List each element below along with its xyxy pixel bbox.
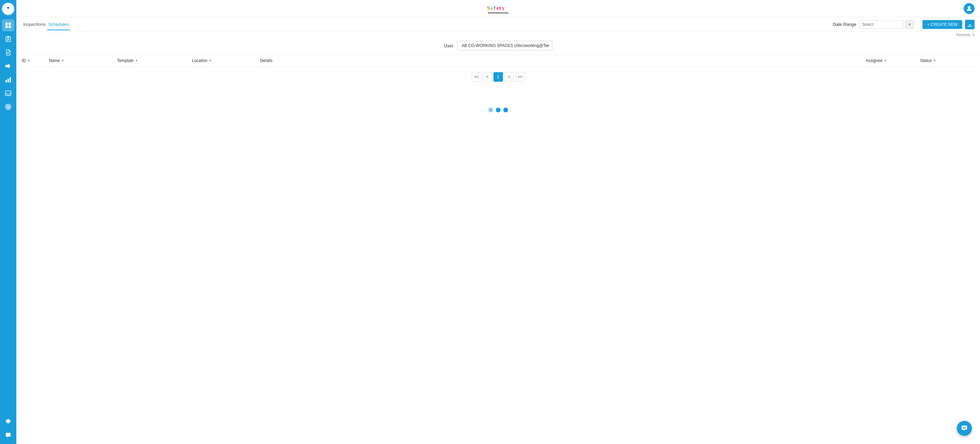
loading-dot-1 bbox=[488, 108, 493, 112]
user-select[interactable]: AB CO-WORKING SPACES (Abcoworking@Test.C… bbox=[457, 41, 553, 50]
svg-rect-7 bbox=[7, 36, 9, 37]
clipboard-list-icon[interactable] bbox=[2, 33, 14, 45]
user-avatar[interactable] bbox=[964, 3, 975, 14]
svg-text:S: S bbox=[487, 5, 490, 11]
loading-indicator bbox=[16, 87, 980, 133]
col-header-template[interactable]: Template ▼ bbox=[117, 58, 192, 63]
table-wrapper: ID ▼ Name ▼ Template ▼ Location ▼ Detail… bbox=[16, 55, 980, 67]
first-page-button[interactable]: << bbox=[472, 72, 481, 82]
name-sort-icon: ▼ bbox=[61, 59, 64, 62]
megaphone-icon[interactable] bbox=[2, 60, 14, 72]
pagination: << < 1 > >> bbox=[16, 67, 980, 87]
loading-dot-3 bbox=[503, 108, 508, 112]
svg-rect-2 bbox=[5, 22, 8, 25]
prev-page-button[interactable]: < bbox=[482, 72, 492, 82]
chat-bubble-button[interactable] bbox=[957, 421, 972, 436]
svg-text:a: a bbox=[490, 5, 493, 11]
status-sort-icon: ▼ bbox=[933, 59, 936, 62]
template-sort-icon: ▼ bbox=[135, 59, 138, 62]
col-header-location[interactable]: Location ▼ bbox=[192, 58, 260, 63]
date-range-label: Date Range bbox=[833, 22, 856, 27]
inbox-icon[interactable] bbox=[2, 87, 14, 99]
svg-text:t: t bbox=[499, 5, 501, 11]
create-new-button[interactable]: + CREATE NEW bbox=[923, 20, 962, 29]
svg-rect-3 bbox=[8, 22, 11, 25]
download-button[interactable] bbox=[965, 20, 975, 29]
svg-point-1 bbox=[8, 7, 9, 9]
svg-rect-4 bbox=[5, 26, 8, 28]
svg-point-0 bbox=[5, 5, 11, 12]
loading-dot-2 bbox=[496, 108, 501, 112]
app-logo: S a f e t y bbox=[486, 4, 510, 13]
assignee-sort-icon: ▼ bbox=[884, 59, 887, 62]
location-sort-icon: ▼ bbox=[208, 59, 212, 62]
tab-schedules[interactable]: Schedules bbox=[47, 19, 70, 30]
next-page-button[interactable]: > bbox=[504, 72, 514, 82]
settings-icon[interactable] bbox=[2, 415, 14, 428]
svg-rect-6 bbox=[6, 37, 11, 42]
svg-rect-16 bbox=[5, 91, 11, 96]
id-sort-icon: ▼ bbox=[27, 59, 30, 62]
records-info-wrapper: Records: 0 bbox=[16, 32, 980, 37]
date-range-input[interactable] bbox=[859, 21, 904, 29]
col-header-assignee[interactable]: Assignee ▼ bbox=[865, 58, 920, 63]
svg-rect-14 bbox=[8, 79, 9, 82]
svg-rect-13 bbox=[5, 80, 7, 82]
topbar: S a f e t y bbox=[16, 0, 980, 17]
col-header-id[interactable]: ID ▼ bbox=[22, 58, 49, 63]
content-area: User AB CO-WORKING SPACES (Abcoworking@T… bbox=[16, 37, 980, 444]
last-page-button[interactable]: >> bbox=[515, 72, 525, 82]
svg-text:e: e bbox=[496, 5, 499, 11]
table-header: ID ▼ Name ▼ Template ▼ Location ▼ Detail… bbox=[22, 55, 975, 67]
document-icon[interactable] bbox=[2, 46, 14, 59]
svg-text:f: f bbox=[494, 5, 496, 11]
user-filter-label: User bbox=[444, 43, 453, 48]
svg-point-19 bbox=[8, 106, 9, 108]
records-count: Records: 0 bbox=[956, 33, 975, 37]
user-select-wrapper: AB CO-WORKING SPACES (Abcoworking@Test.C… bbox=[457, 41, 553, 50]
sidebar-logo[interactable] bbox=[2, 3, 14, 15]
col-header-status[interactable]: Status ▼ bbox=[920, 58, 975, 63]
chat-sidebar-icon[interactable] bbox=[2, 429, 14, 441]
current-page-button[interactable]: 1 bbox=[493, 72, 503, 82]
main-content: S a f e t y Inspections Schedules Date R… bbox=[16, 0, 980, 444]
user-filter-bar: User AB CO-WORKING SPACES (Abcoworking@T… bbox=[16, 37, 980, 55]
clear-date-range-button[interactable]: ✕ bbox=[905, 21, 914, 29]
svg-point-26 bbox=[968, 6, 970, 9]
tab-inspections[interactable]: Inspections bbox=[22, 19, 47, 30]
sidebar bbox=[0, 0, 16, 444]
svg-text:y: y bbox=[502, 5, 504, 11]
col-header-details: Details bbox=[260, 58, 865, 63]
grid-icon[interactable] bbox=[2, 19, 14, 31]
col-header-name[interactable]: Name ▼ bbox=[49, 58, 117, 63]
chart-icon[interactable] bbox=[2, 73, 14, 86]
target-icon[interactable] bbox=[2, 101, 14, 113]
svg-rect-5 bbox=[8, 26, 11, 28]
svg-rect-15 bbox=[10, 77, 11, 82]
